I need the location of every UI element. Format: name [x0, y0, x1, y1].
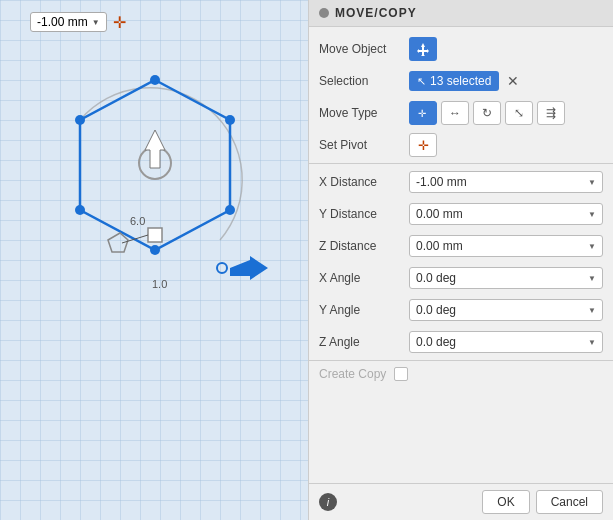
selection-row: Selection ↖ 13 selected ✕ — [309, 65, 613, 97]
divider-2 — [309, 360, 613, 361]
svg-text:6.0: 6.0 — [130, 215, 145, 227]
move-type-mirror-button[interactable]: ↔ — [441, 101, 469, 125]
move-copy-panel: MOVE/COPY Move Object Selection ↖ 13 sel… — [308, 0, 613, 520]
cursor-icon: ↖ — [417, 75, 426, 88]
y-angle-content: 0.0 deg ▼ — [409, 299, 603, 321]
x-distance-value: -1.00 mm — [416, 175, 467, 189]
x-distance-label: X Distance — [319, 175, 409, 189]
create-copy-label: Create Copy — [319, 367, 386, 381]
y-distance-content: 0.00 mm ▼ — [409, 203, 603, 225]
x-distance-arrow: ▼ — [588, 178, 596, 187]
z-distance-arrow: ▼ — [588, 242, 596, 251]
y-distance-row: Y Distance 0.00 mm ▼ — [309, 198, 613, 230]
svg-text:✛: ✛ — [418, 108, 426, 119]
move-type-label: Move Type — [319, 106, 409, 120]
z-angle-field[interactable]: 0.0 deg ▼ — [409, 331, 603, 353]
move-object-content — [409, 37, 603, 61]
move-type-row: Move Type ✛ ↔ ↻ ⤡ — [309, 97, 613, 129]
z-distance-value: 0.00 mm — [416, 239, 463, 253]
svg-marker-17 — [417, 43, 429, 56]
y-angle-field[interactable]: 0.0 deg ▼ — [409, 299, 603, 321]
move-type-rotate-button[interactable]: ↻ — [473, 101, 501, 125]
panel-header-icon — [319, 8, 329, 18]
x-angle-label: X Angle — [319, 271, 409, 285]
rotate-icon: ↻ — [482, 106, 492, 120]
svg-point-6 — [75, 115, 85, 125]
x-angle-field[interactable]: 0.0 deg ▼ — [409, 267, 603, 289]
svg-rect-11 — [148, 228, 162, 242]
y-distance-field[interactable]: 0.00 mm ▼ — [409, 203, 603, 225]
y-angle-value: 0.0 deg — [416, 303, 456, 317]
x-angle-content: 0.0 deg ▼ — [409, 267, 603, 289]
move-type-distribute-button[interactable]: ⇶ — [537, 101, 565, 125]
info-button[interactable]: i — [319, 493, 337, 511]
panel-body: Move Object Selection ↖ 13 selected ✕ — [309, 27, 613, 483]
move-object-row: Move Object — [309, 33, 613, 65]
move-object-icon — [416, 42, 430, 56]
panel-title: MOVE/COPY — [335, 6, 417, 20]
canvas-drawing: 6.0 1.0 — [0, 0, 308, 520]
z-distance-field[interactable]: 0.00 mm ▼ — [409, 235, 603, 257]
selection-label: Selection — [319, 74, 409, 88]
selection-badge[interactable]: ↖ 13 selected — [409, 71, 499, 91]
move-type-scale-button[interactable]: ⤡ — [505, 101, 533, 125]
z-angle-value: 0.0 deg — [416, 335, 456, 349]
y-distance-value: 0.00 mm — [416, 207, 463, 221]
mirror-icon: ↔ — [449, 106, 461, 120]
scale-icon: ⤡ — [514, 106, 524, 120]
set-pivot-label: Set Pivot — [319, 138, 409, 152]
selection-clear-button[interactable]: ✕ — [507, 73, 519, 89]
y-distance-label: Y Distance — [319, 207, 409, 221]
ok-button[interactable]: OK — [482, 490, 529, 514]
move-type-group: ✛ ↔ ↻ ⤡ ⇶ — [409, 101, 565, 125]
move-type-content: ✛ ↔ ↻ ⤡ ⇶ — [409, 101, 603, 125]
svg-point-5 — [75, 205, 85, 215]
panel-header: MOVE/COPY — [309, 0, 613, 27]
translate-icon: ✛ — [416, 106, 430, 120]
x-distance-field[interactable]: -1.00 mm ▼ — [409, 171, 603, 193]
y-angle-arrow: ▼ — [588, 306, 596, 315]
create-copy-checkbox[interactable] — [394, 367, 408, 381]
z-angle-arrow: ▼ — [588, 338, 596, 347]
svg-point-1 — [150, 75, 160, 85]
z-angle-row: Z Angle 0.0 deg ▼ — [309, 326, 613, 358]
x-angle-arrow: ▼ — [588, 274, 596, 283]
set-pivot-button[interactable]: ✛ — [409, 133, 437, 157]
panel-footer: i OK Cancel — [309, 483, 613, 520]
svg-point-3 — [225, 205, 235, 215]
svg-marker-13 — [230, 256, 268, 280]
move-type-translate-button[interactable]: ✛ — [409, 101, 437, 125]
pivot-icon: ✛ — [418, 138, 429, 153]
canvas-area[interactable]: -1.00 mm ▼ ✛ 6.0 1.0 — [0, 0, 308, 520]
svg-text:1.0: 1.0 — [152, 278, 167, 290]
footer-buttons: OK Cancel — [482, 490, 603, 514]
divider-1 — [309, 163, 613, 164]
svg-marker-9 — [145, 130, 165, 168]
z-angle-label: Z Angle — [319, 335, 409, 349]
x-distance-row: X Distance -1.00 mm ▼ — [309, 166, 613, 198]
y-distance-arrow: ▼ — [588, 210, 596, 219]
x-angle-row: X Angle 0.0 deg ▼ — [309, 262, 613, 294]
z-distance-content: 0.00 mm ▼ — [409, 235, 603, 257]
z-angle-content: 0.0 deg ▼ — [409, 331, 603, 353]
move-object-button[interactable] — [409, 37, 437, 61]
create-copy-row: Create Copy — [309, 363, 613, 385]
distribute-icon: ⇶ — [546, 106, 556, 120]
set-pivot-row: Set Pivot ✛ — [309, 129, 613, 161]
z-distance-label: Z Distance — [319, 239, 409, 253]
svg-point-4 — [150, 245, 160, 255]
move-object-label: Move Object — [319, 42, 409, 56]
selection-content: ↖ 13 selected ✕ — [409, 71, 603, 91]
y-angle-row: Y Angle 0.0 deg ▼ — [309, 294, 613, 326]
selection-count: 13 selected — [430, 74, 491, 88]
y-angle-label: Y Angle — [319, 303, 409, 317]
set-pivot-content: ✛ — [409, 133, 603, 157]
cancel-button[interactable]: Cancel — [536, 490, 603, 514]
z-distance-row: Z Distance 0.00 mm ▼ — [309, 230, 613, 262]
info-icon-label: i — [327, 496, 329, 508]
x-distance-content: -1.00 mm ▼ — [409, 171, 603, 193]
x-angle-value: 0.0 deg — [416, 271, 456, 285]
svg-point-2 — [225, 115, 235, 125]
svg-point-14 — [217, 263, 227, 273]
